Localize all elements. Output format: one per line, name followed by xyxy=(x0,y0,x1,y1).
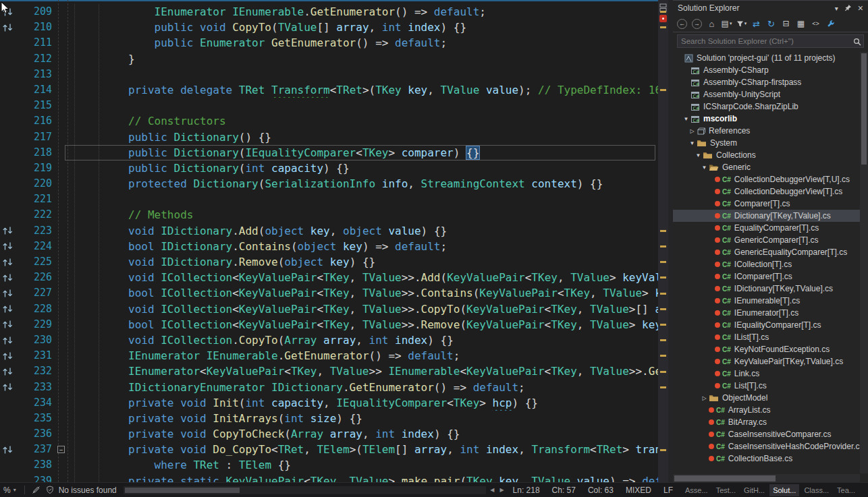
code-line-228[interactable]: 228 void ICollection<KeyValuePair<TKey, … xyxy=(0,301,658,317)
scroll-left-icon[interactable]: ◀ xyxy=(487,487,497,493)
tree-item-idictionary-tkey-tvalue-cs[interactable]: C#IDictionary[TKey,TValue].cs xyxy=(673,283,860,295)
code-line-238[interactable]: 238 where TRet : TElem {} xyxy=(0,457,658,473)
health-status-text[interactable]: No issues found xyxy=(59,486,117,495)
fold-margin[interactable]: − xyxy=(52,442,71,457)
code-line-239[interactable]: 239 private static KeyValuePair<TKey, TV… xyxy=(0,473,658,482)
code-line-234[interactable]: 234 private void Init(int capacity, IEqu… xyxy=(0,395,658,411)
tree-item-genericequalitycomparer-t-cs[interactable]: C#GenericEqualityComparer[T].cs xyxy=(673,246,860,258)
override-indicator-icon[interactable] xyxy=(0,332,21,348)
override-indicator-icon[interactable] xyxy=(0,442,21,457)
tree-item-equalitycomparer-t-cs[interactable]: C#EqualityComparer[T].cs xyxy=(673,222,860,234)
tree-item-generic[interactable]: ▼Generic xyxy=(673,161,860,173)
code-line-226[interactable]: 226 void ICollection<KeyValuePair<TKey, … xyxy=(0,270,658,285)
scrollbar-thumb[interactable] xyxy=(674,475,776,481)
tree-item-mscorlib[interactable]: ▼C#mscorlib xyxy=(673,113,860,125)
tree-item-assembly-csharp[interactable]: C#Assembly-CSharp xyxy=(673,64,860,76)
override-indicator-icon[interactable] xyxy=(0,254,21,270)
tree-item-arraylist-cs[interactable]: C#ArrayList.cs xyxy=(673,404,860,416)
window-position-icon[interactable]: ▾ xyxy=(835,5,838,12)
tree-item-icomparer-t-cs[interactable]: C#IComparer[T].cs xyxy=(673,270,860,283)
chevron-expanded-icon[interactable]: ▼ xyxy=(694,152,703,158)
tree-item-keyvaluepair-tkey-tvalue-cs[interactable]: C#KeyValuePair[TKey,TValue].cs xyxy=(673,355,860,368)
code-line-214[interactable]: 214 private delegate TRet Transform<TRet… xyxy=(0,82,658,98)
tree-item-collections[interactable]: ▼Collections xyxy=(673,149,860,161)
code-line-232[interactable]: 232 IEnumerator<KeyValuePair<TKey, TValu… xyxy=(0,363,658,379)
scroll-right-icon[interactable]: ▶ xyxy=(497,487,506,493)
show-all-files-icon[interactable]: ▦ xyxy=(795,18,807,30)
tool-window-tab-tea[interactable]: Tea... xyxy=(834,484,859,496)
fold-collapse-icon[interactable]: − xyxy=(57,446,65,453)
code-line-229[interactable]: 229 bool ICollection<KeyValuePair<TKey, … xyxy=(0,317,658,332)
override-indicator-icon[interactable] xyxy=(0,301,21,317)
override-indicator-icon[interactable] xyxy=(0,270,21,285)
code-line-225[interactable]: 225 void IDictionary.Remove(object key) … xyxy=(0,254,658,270)
code-line-216[interactable]: 216 // Constructors xyxy=(0,113,658,129)
code-line-211[interactable]: 211 public Enumerator GetEnumerator() =>… xyxy=(0,35,658,51)
code-line-210[interactable]: 210 public void CopyTo(TValue[] array, i… xyxy=(0,20,658,35)
code-line-230[interactable]: 230 void ICollection.CopyTo(Array array,… xyxy=(0,332,658,348)
tree-item-comparer-t-cs[interactable]: C#Comparer[T].cs xyxy=(673,198,860,210)
collapse-all-icon[interactable]: ⊟ xyxy=(780,18,792,30)
line-indicator[interactable]: Ln: 218 xyxy=(507,486,546,495)
code-line-224[interactable]: 224 bool IDictionary.Contains(object key… xyxy=(0,239,658,254)
explorer-vertical-scrollbar[interactable] xyxy=(860,52,868,473)
tree-item-icsharpcode-sharpziplib[interactable]: C#ICSharpCode.SharpZipLib xyxy=(673,100,860,113)
tree-item-dictionary-tkey-tvalue-cs[interactable]: C#Dictionary[TKey,TValue].cs xyxy=(673,210,860,222)
tree-item-references[interactable]: ▷References xyxy=(673,125,860,137)
code-line-213[interactable]: 213 xyxy=(0,67,658,82)
code-line-223[interactable]: 223 void IDictionary.Add(object key, obj… xyxy=(0,223,658,239)
override-indicator-icon[interactable] xyxy=(0,348,21,363)
code-line-220[interactable]: 220 protected Dictionary(SerializationIn… xyxy=(0,176,658,192)
override-indicator-icon[interactable] xyxy=(0,285,21,301)
tool-window-tab-asse[interactable]: Asse... xyxy=(682,484,711,496)
search-icon[interactable] xyxy=(853,36,861,49)
tool-window-tab-solut[interactable]: Solut... xyxy=(769,484,799,496)
column-indicator[interactable]: Col: 63 xyxy=(582,486,620,495)
override-indicator-icon[interactable] xyxy=(0,20,21,35)
tree-item-icollection-t-cs[interactable]: C#ICollection[T].cs xyxy=(673,258,860,270)
override-indicator-icon[interactable] xyxy=(0,317,21,332)
code-line-236[interactable]: 236 private void CopyToCheck(Array array… xyxy=(0,426,658,442)
tree-item-list-t-cs[interactable]: C#List[T].cs xyxy=(673,380,860,392)
split-editor-icon[interactable] xyxy=(659,3,667,15)
tree-item-keynotfoundexception-cs[interactable]: C#KeyNotFoundException.cs xyxy=(673,343,860,355)
sync-active-document-icon[interactable]: ⇄ xyxy=(751,18,762,30)
tree-item-system[interactable]: ▼System xyxy=(673,137,860,149)
refresh-icon[interactable]: ↻ xyxy=(765,18,777,30)
tool-window-tab-class[interactable]: Class... xyxy=(801,484,832,496)
tree-item-solution-project-gui-11-of-11-projects[interactable]: Solution 'project-gui' (11 of 11 project… xyxy=(673,52,860,64)
forward-icon[interactable]: → xyxy=(691,18,703,30)
tool-window-tab-test[interactable]: Test... xyxy=(713,484,739,496)
filter-icon[interactable]: ▾ xyxy=(736,18,747,30)
tree-item-collectiondebuggerview-t-cs[interactable]: C#CollectionDebuggerView[T].cs xyxy=(673,185,860,198)
back-icon[interactable]: ← xyxy=(676,18,688,30)
code-line-231[interactable]: 231 IEnumerator IEnumerable.GetEnumerato… xyxy=(0,348,658,363)
code-line-219[interactable]: 219 public Dictionary(int capacity) {} xyxy=(0,160,658,176)
code-line-209[interactable]: 209 IEnumerator IEnumerable.GetEnumerato… xyxy=(0,4,658,20)
home-icon[interactable]: ⌂ xyxy=(706,18,717,30)
tree-item-link-cs[interactable]: C#Link.cs xyxy=(673,368,860,380)
tree-item-bitarray-cs[interactable]: C#BitArray.cs xyxy=(673,416,860,428)
tree-item-genericcomparer-t-cs[interactable]: C#GenericComparer[T].cs xyxy=(673,234,860,246)
override-indicator-icon[interactable] xyxy=(0,223,21,239)
health-shield-icon[interactable] xyxy=(46,486,54,494)
chevron-expanded-icon[interactable]: ▼ xyxy=(688,140,697,146)
editor-scrollbar[interactable] xyxy=(658,0,668,482)
view-code-icon[interactable]: <> xyxy=(810,18,821,30)
encoding-indicator[interactable]: MIXED xyxy=(620,486,657,495)
code-line-233[interactable]: 233 IDictionaryEnumerator IDictionary.Ge… xyxy=(0,380,658,395)
search-input[interactable] xyxy=(677,34,864,48)
close-icon[interactable]: × xyxy=(858,5,863,11)
tree-item-assembly-csharp-firstpass[interactable]: C#Assembly-CSharp-firstpass xyxy=(673,76,860,88)
tree-item-objectmodel[interactable]: ▷ObjectModel xyxy=(673,392,860,404)
tree-item-ienumerator-t-cs[interactable]: C#IEnumerator[T].cs xyxy=(673,307,860,319)
panel-title-bar[interactable]: Solution Explorer ▾ × xyxy=(673,1,868,16)
tool-window-tab-gith[interactable]: GitH... xyxy=(740,484,768,496)
code-line-217[interactable]: 217 public Dictionary() {} xyxy=(0,129,658,145)
code-line-235[interactable]: 235 private void InitArrays(int size) {} xyxy=(0,411,658,426)
override-indicator-icon[interactable] xyxy=(0,239,21,254)
tree-item-caseinsensitivehashcodeprovider-cs[interactable]: C#CaseInsensitiveHashCodeProvider.cs xyxy=(673,440,860,452)
chevron-collapsed-icon[interactable]: ▷ xyxy=(700,395,709,401)
zoom-control[interactable]: % ▾ xyxy=(0,486,20,495)
code-line-215[interactable]: 215 xyxy=(0,98,658,113)
